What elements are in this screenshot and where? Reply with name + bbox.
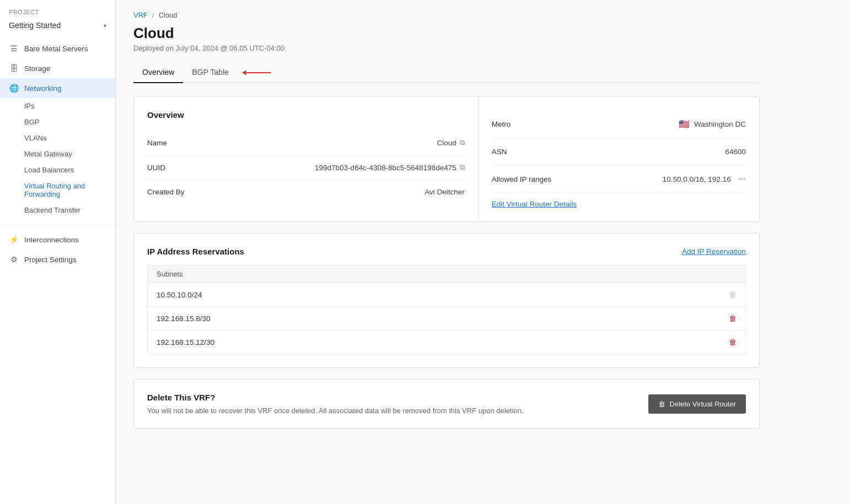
sidebar-bare-metal-label: Bare Metal Servers (24, 45, 88, 53)
sidebar-item-ips[interactable]: IPs (24, 98, 115, 114)
sidebar-item-vrf[interactable]: Virtual Routing and Forwarding (24, 178, 115, 202)
delete-description: You will not be able to recover this VRF… (147, 407, 648, 415)
uuid-label: UUID (147, 164, 165, 172)
sidebar-interconnections-label: Interconnections (24, 236, 79, 244)
allowed-ip-text: 10.50.0.0/16, 192.16 (663, 175, 731, 183)
sidebar-item-bgp[interactable]: BGP (24, 114, 115, 130)
sidebar-storage-label: Storage (24, 64, 50, 73)
asn-value: 64600 (725, 148, 746, 156)
sidebar-item-bare-metal[interactable]: ☰ Bare Metal Servers (0, 39, 115, 58)
asn-label: ASN (492, 148, 507, 156)
metro-value: 🇺🇸 Washington DC (679, 119, 746, 129)
overview-cards-row: Overview Name Cloud ⧉ UUID 199d7b03-d64c… (133, 96, 760, 222)
sidebar-item-storage[interactable]: 🗄 Storage (0, 58, 115, 78)
breadcrumb-vrf-link[interactable]: VRF (133, 11, 148, 19)
sidebar-item-project-settings[interactable]: ⚙ Project Settings (0, 250, 115, 269)
interconnections-icon: ⚡ (9, 235, 19, 245)
breadcrumb-current: Cloud (159, 11, 178, 19)
delete-title: Delete This VRF? (147, 393, 648, 402)
project-label: PROJECT (0, 0, 115, 18)
svg-marker-1 (242, 70, 246, 75)
allowed-ip-label: Allowed IP ranges (492, 175, 552, 183)
chevron-down-icon: ▾ (104, 23, 106, 29)
uuid-value: 199d7b03-d64c-4308-8bc5-5648198de475 ⧉ (315, 163, 465, 172)
sidebar-item-backend-transfer[interactable]: Backend Transfer (24, 202, 115, 218)
delete-virtual-router-button[interactable]: 🗑 Delete Virtual Router (648, 394, 746, 414)
metro-city: Washington DC (694, 120, 746, 128)
info-row-name: Name Cloud ⧉ (147, 131, 465, 155)
gear-icon: ⚙ (9, 254, 19, 264)
info-row-created-by: Created By Avi Deitcher (147, 180, 465, 204)
trash-icon: 🗑 (658, 400, 665, 408)
project-select[interactable]: Getting Started ▾ (0, 18, 115, 36)
main-content: VRF / Cloud Cloud Deployed on July 04, 2… (116, 0, 849, 504)
name-text: Cloud (437, 139, 456, 147)
delete-icon-3[interactable]: 🗑 (729, 338, 737, 346)
allowed-ip-value: 10.50.0.0/16, 192.16 ··· (663, 174, 746, 184)
ip-reservations-title: IP Address Reservations (147, 247, 244, 256)
breadcrumb: VRF / Cloud (133, 11, 760, 19)
us-flag-icon: 🇺🇸 (679, 119, 690, 129)
breadcrumb-separator: / (152, 11, 154, 19)
delete-section-text: Delete This VRF? You will not be able to… (147, 393, 648, 415)
sidebar-item-interconnections[interactable]: ⚡ Interconnections (0, 230, 115, 250)
uuid-text: 199d7b03-d64c-4308-8bc5-5648198de475 (315, 164, 456, 172)
more-dots-icon[interactable]: ··· (739, 174, 746, 184)
sidebar-item-metal-gateway[interactable]: Metal Gateway (24, 146, 115, 162)
metro-label: Metro (492, 120, 511, 128)
sidebar-networking-label: Networking (24, 84, 62, 93)
overview-right-card: Metro 🇺🇸 Washington DC ASN 64600 Allowed… (478, 96, 760, 222)
delete-icon-2[interactable]: 🗑 (729, 314, 737, 323)
ip-reservations-card: IP Address Reservations Add IP Reservati… (133, 233, 760, 368)
subnet-3: 192.168.15.12/30 (157, 338, 214, 346)
edit-link-container: Edit Virtual Router Details (492, 193, 746, 208)
tab-overview[interactable]: Overview (133, 62, 183, 83)
page-deployed-date: Deployed on July 04, 2024 @ 06.05 UTC-04… (133, 44, 760, 52)
info-row-uuid: UUID 199d7b03-d64c-4308-8bc5-5648198de47… (147, 155, 465, 180)
overview-left-card: Overview Name Cloud ⧉ UUID 199d7b03-d64c… (133, 96, 478, 222)
storage-icon: 🗄 (9, 63, 19, 73)
networking-icon: 🌐 (9, 83, 19, 93)
allowed-ip-row: Allowed IP ranges 10.50.0.0/16, 192.16 ·… (492, 165, 746, 193)
project-name: Getting Started (9, 21, 61, 30)
table-row: 192.168.15.8/30 🗑 (147, 307, 746, 330)
sidebar-main-nav: ☰ Bare Metal Servers 🗄 Storage 🌐 Network… (0, 36, 115, 220)
sidebar-item-networking[interactable]: 🌐 Networking (0, 78, 115, 98)
subnet-2: 192.168.15.8/30 (157, 315, 211, 323)
add-ip-reservation-link[interactable]: Add IP Reservation (682, 247, 746, 256)
asn-row: ASN 64600 (492, 139, 746, 165)
server-icon: ☰ (9, 44, 19, 53)
tab-bgp-table[interactable]: BGP Table (183, 62, 237, 83)
delete-vrf-section: Delete This VRF? You will not be able to… (133, 379, 760, 429)
networking-submenu: IPs BGP VLANs Metal Gateway Load Balance… (0, 98, 115, 218)
delete-icon-1[interactable]: 🗑 (729, 290, 737, 299)
ip-reservations-header: IP Address Reservations Add IP Reservati… (147, 247, 746, 256)
name-label: Name (147, 139, 167, 147)
subnets-header: Subnets (147, 265, 746, 283)
tabs-bar: Overview BGP Table (133, 62, 760, 83)
table-row: 192.168.15.12/30 🗑 (147, 330, 746, 354)
metro-row: Metro 🇺🇸 Washington DC (492, 110, 746, 139)
uuid-copy-icon[interactable]: ⧉ (460, 163, 465, 172)
page-title: Cloud (133, 25, 760, 42)
name-value: Cloud ⧉ (437, 138, 465, 147)
sidebar-project-settings-label: Project Settings (24, 256, 77, 264)
table-row: 10.50.10.0/24 🗑 (147, 283, 746, 307)
sidebar: PROJECT Getting Started ▾ ☰ Bare Metal S… (0, 0, 116, 504)
sidebar-item-load-balancers[interactable]: Load Balancers (24, 162, 115, 178)
sidebar-item-vlans[interactable]: VLANs (24, 130, 115, 146)
sidebar-divider (0, 225, 115, 225)
created-by-label: Created By (147, 188, 185, 196)
name-copy-icon[interactable]: ⧉ (460, 138, 465, 147)
tab-arrow-indicator (242, 67, 275, 78)
subnet-1: 10.50.10.0/24 (157, 291, 202, 299)
created-by-value: Avi Deitcher (424, 188, 465, 196)
delete-button-label: Delete Virtual Router (670, 400, 736, 408)
edit-virtual-router-link[interactable]: Edit Virtual Router Details (492, 200, 577, 208)
overview-left-title: Overview (147, 110, 465, 120)
